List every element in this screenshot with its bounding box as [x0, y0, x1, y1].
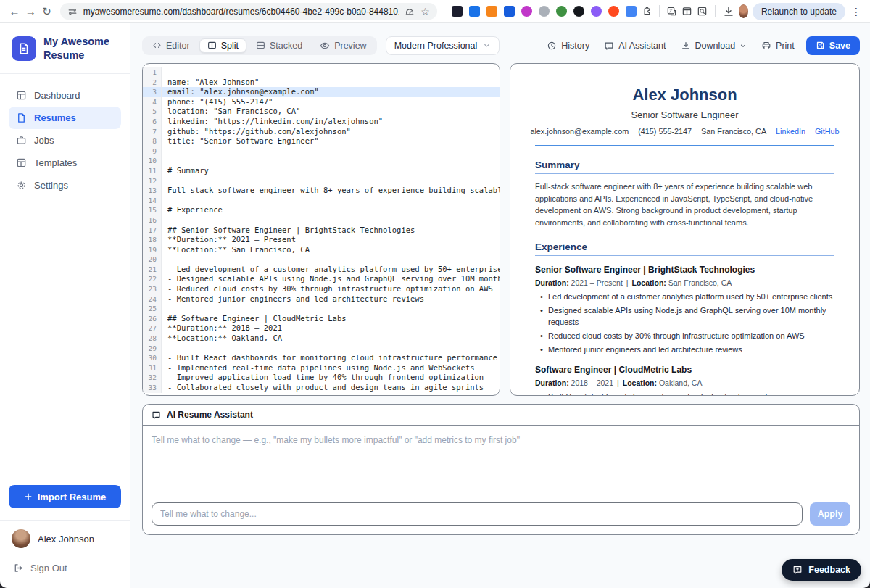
table-grid-icon[interactable]	[682, 6, 692, 17]
app-root: My AwesomeResume Dashboard Resumes Jobs	[0, 23, 870, 588]
extension-icon-orange-starburst[interactable]	[608, 6, 619, 17]
performance-gauge-icon[interactable]	[405, 7, 415, 17]
line-number: 25	[143, 304, 162, 314]
view-mode-stacked[interactable]: Stacked	[248, 38, 310, 53]
editor-line[interactable]: 32- Improved application load time by 40…	[143, 373, 500, 383]
sidebar-item-dashboard[interactable]: Dashboard	[9, 84, 121, 107]
editor-line[interactable]: 29	[143, 344, 500, 354]
extension-icon-violet-flower[interactable]	[591, 6, 602, 17]
translate-page-icon[interactable]	[666, 6, 677, 17]
template-dropdown[interactable]: Modern Professional	[386, 36, 500, 55]
extension-icon-metamask-fox[interactable]	[486, 6, 497, 17]
extension-icon-magenta-circle[interactable]	[521, 6, 532, 17]
extension-icon-green-tree[interactable]	[556, 6, 567, 17]
page-search-icon[interactable]	[697, 6, 708, 17]
download-button[interactable]: Download	[674, 37, 755, 54]
ai-prompt-input[interactable]	[152, 502, 803, 526]
extension-icon-gray-sphere[interactable]	[539, 6, 550, 17]
line-text: phone: "(415) 555-2147"	[162, 97, 500, 107]
editor-line[interactable]: 27**Duration:** 2018 – 2021	[143, 323, 500, 334]
editor-line[interactable]: 18**Duration:** 2021 – Present	[143, 235, 500, 245]
sidebar-item-label: Templates	[34, 157, 77, 168]
editor-line[interactable]: 20	[143, 254, 500, 265]
ai-assistant-button[interactable]: AI Assistant	[597, 37, 673, 54]
apply-button[interactable]: Apply	[810, 502, 850, 526]
editor-line[interactable]: 14	[143, 196, 500, 206]
url-text[interactable]: myawesomeresume.com/dashboard/resumes/6c…	[83, 7, 399, 17]
view-mode-editor[interactable]: Editor	[144, 38, 198, 53]
editor-line[interactable]: 31- Implemented real-time data pipelines…	[143, 363, 500, 373]
line-text	[162, 215, 500, 225]
editor-line[interactable]: 30- Built React dashboards for monitorin…	[143, 353, 500, 363]
view-mode-preview[interactable]: Preview	[312, 38, 374, 53]
sidebar-item-jobs[interactable]: Jobs	[9, 129, 121, 152]
sidebar: My AwesomeResume Dashboard Resumes Jobs	[0, 23, 130, 588]
editor-line[interactable]: 15# Experience	[143, 205, 500, 215]
address-bar[interactable]: myawesomeresume.com/dashboard/resumes/6c…	[60, 3, 437, 20]
chrome-divider	[715, 5, 716, 17]
app-brand[interactable]: My AwesomeResume	[0, 23, 130, 74]
bookmark-star-icon[interactable]: ☆	[420, 6, 430, 17]
sidebar-item-templates[interactable]: Templates	[9, 152, 121, 174]
forward-icon[interactable]: →	[25, 3, 36, 20]
sidebar-item-resumes[interactable]: Resumes	[9, 107, 121, 129]
editor-line[interactable]: 12	[143, 176, 500, 186]
extension-icon-black-circle[interactable]	[573, 6, 584, 17]
line-text: **Location:** Oakland, CA	[162, 334, 500, 344]
resume-linkedin-link[interactable]: LinkedIn	[776, 127, 805, 136]
editor-line[interactable]: 3email: "alex.johnson@example.com"	[143, 87, 500, 97]
puzzle-extensions-icon[interactable]	[641, 6, 652, 17]
editor-line[interactable]: 26## Software Engineer | CloudMetric Lab…	[143, 314, 500, 324]
view-mode-split[interactable]: Split	[199, 38, 246, 53]
editor-line[interactable]: 19**Location:** San Francisco, CA	[143, 245, 500, 255]
editor-line[interactable]: 24- Mentored junior engineers and led ar…	[143, 294, 500, 305]
editor-line[interactable]: 21- Led development of a customer analyt…	[143, 265, 500, 275]
extension-icon-blue-shield[interactable]	[504, 6, 515, 17]
history-button[interactable]: History	[539, 37, 597, 54]
browser-profile-avatar[interactable]	[739, 4, 748, 18]
editor-line[interactable]: 9---	[143, 146, 500, 157]
user-profile-row[interactable]: Alex Johnson	[0, 520, 130, 552]
editor-line[interactable]: 13Full-stack software engineer with 8+ y…	[143, 186, 500, 196]
sidebar-item-settings[interactable]: Settings	[9, 174, 121, 196]
relaunch-to-update-button[interactable]: Relaunch to update	[753, 3, 845, 20]
editor-line[interactable]: 23- Reduced cloud costs by 30% through i…	[143, 284, 500, 294]
line-text: - Improved application load time by 40% …	[162, 373, 500, 383]
editor-line[interactable]: 10	[143, 156, 500, 166]
editor-line[interactable]: 8title: "Senior Software Engineer"	[143, 136, 500, 146]
sidebar-item-label: Jobs	[34, 135, 54, 146]
editor-line[interactable]: 6linkedin: "https://linkedin.com/in/alex…	[143, 117, 500, 127]
extension-icon-blue-translate[interactable]	[469, 6, 480, 17]
sign-out-button[interactable]: Sign Out	[0, 552, 130, 588]
editor-line[interactable]: 25	[143, 304, 500, 314]
line-number: 28	[143, 334, 162, 344]
editor-line[interactable]: 11# Summary	[143, 166, 500, 176]
extension-icon-dark-grid[interactable]	[452, 6, 463, 17]
editor-line[interactable]: 22- Designed scalable APIs using Node.js…	[143, 274, 500, 284]
chrome-menu-icon[interactable]: ⋮	[850, 6, 863, 17]
markdown-editor[interactable]: 1---2name: "Alex Johnson"3email: "alex.j…	[142, 63, 500, 396]
editor-line[interactable]: 28**Location:** Oakland, CA	[143, 334, 500, 344]
editor-line[interactable]: 2name: "Alex Johnson"	[143, 78, 500, 88]
editor-line[interactable]: 17## Senior Software Engineer | BrightSt…	[143, 225, 500, 236]
editor-line[interactable]: 5location: "San Francisco, CA"	[143, 107, 500, 117]
resume-github-link[interactable]: GitHub	[815, 127, 840, 136]
editor-line[interactable]: 33- Collaborated closely with product an…	[143, 383, 500, 393]
editor-line[interactable]: 16	[143, 215, 500, 225]
sidebar-nav: Dashboard Resumes Jobs Templates Setting…	[0, 74, 130, 196]
editor-line[interactable]: 4phone: "(415) 555-2147"	[143, 97, 500, 107]
downloads-icon[interactable]	[723, 6, 734, 17]
print-button[interactable]: Print	[754, 37, 802, 54]
reload-icon[interactable]: ↻	[41, 3, 52, 20]
feedback-button[interactable]: Feedback	[782, 559, 861, 581]
line-number: 5	[143, 107, 162, 117]
import-resume-button[interactable]: Import Resume	[9, 485, 121, 508]
chrome-divider	[659, 5, 660, 17]
back-icon[interactable]: ←	[9, 3, 20, 20]
editor-line[interactable]: 7github: "https://github.com/alexjohnson…	[143, 127, 500, 137]
extension-icon-blue-arrow[interactable]	[626, 6, 637, 17]
site-info-icon[interactable]	[67, 7, 78, 17]
editor-line[interactable]: 1---	[143, 67, 500, 78]
save-button[interactable]: Save	[806, 36, 860, 55]
resume-location: San Francisco, CA	[701, 127, 766, 136]
